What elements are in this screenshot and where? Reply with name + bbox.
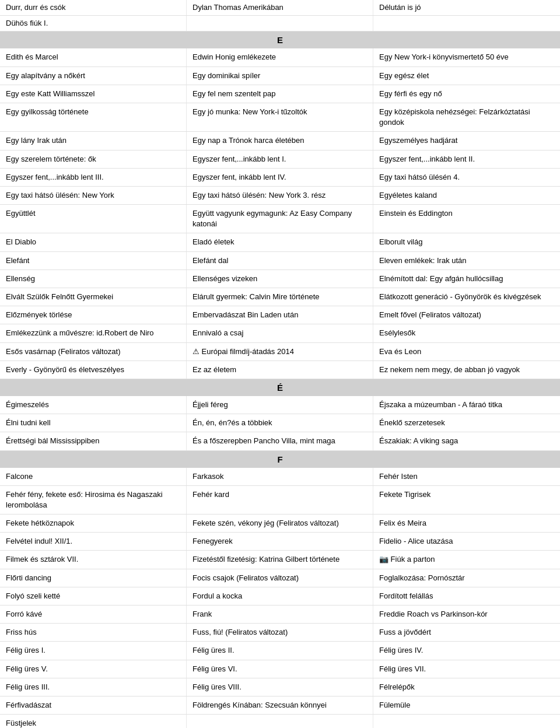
table-row: Egy szerelem története: őkEgyszer fent,.… (0, 150, 560, 169)
list-item: Edwin Honig emlékezete (187, 48, 373, 66)
list-item: Fordított felállás (373, 587, 560, 605)
list-item: Elefánt dal (187, 252, 373, 270)
section-header-F: F (0, 451, 560, 468)
list-item: Egyszemélyes hadjárat (373, 132, 560, 149)
list-item: Egy nap a Trónok harca életében (187, 132, 373, 149)
section-header-E: E (0, 32, 560, 48)
list-item: Fenegyerek (187, 533, 373, 550)
list-item: Élni tudni kell (0, 414, 187, 432)
list-item: Együtt vagyunk egymagunk: Az Easy Compan… (187, 205, 373, 233)
top-cell-1: Durr, durr és csók (0, 0, 187, 15)
list-item: Ellenség (0, 270, 187, 288)
list-item: Égimeszelés (0, 396, 187, 414)
list-item: ⚠ Európai filmdíj-átadás 2014 (187, 343, 373, 360)
list-item: Férfivadászat (0, 696, 187, 714)
list-item: Foglalkozása: Pornósztár (373, 569, 560, 587)
list-item: Elefánt (0, 252, 187, 270)
list-item: Fekete szén, vékony jég (Feliratos válto… (187, 514, 373, 532)
list-item: Földrengés Kínában: Szecsuán könnyei (187, 696, 373, 714)
table-row: Filmek és sztárok VII.Fizetéstől fizetés… (0, 551, 560, 569)
list-item (187, 715, 373, 728)
list-item: Együttlét (0, 205, 187, 233)
table-row: Érettségi bál MississippibenÉs a főszere… (0, 432, 560, 450)
list-item: Félrelépők (373, 678, 560, 696)
table-row: Friss húsFuss, fiú! (Feliratos változat)… (0, 624, 560, 642)
list-item: Elnémított dal: Egy afgán hullócsillag (373, 270, 560, 288)
section-header-É: É (0, 379, 560, 396)
list-item: Félig üres VII. (373, 660, 560, 678)
top-cell-2: Dylan Thomas Amerikában (187, 0, 373, 15)
list-item: Egy taxi hátsó ülésén: New York 3. rész (187, 187, 373, 204)
list-item: Egy dominikai spíler (187, 67, 373, 85)
table-row: Füstjelek (0, 715, 560, 728)
top-cell-3: Délután is jó (373, 0, 560, 15)
list-item: Éneklő szerzetesek (373, 414, 560, 432)
table-row: Forró kávéFrankFreddie Roach vs Parkinso… (0, 606, 560, 624)
list-item: Egyszer fent,...inkább lent I. (187, 150, 373, 168)
list-item: Focis csajok (Feliratos változat) (187, 569, 373, 587)
list-item: Egyéletes kaland (373, 187, 560, 204)
list-item: Esélylesők (373, 324, 560, 342)
table-row: Fekete hétköznapokFekete szén, vékony jé… (0, 514, 560, 533)
list-item: Egy középiskola nehézségei: Felzárkóztat… (373, 103, 560, 131)
list-item: Eleven emlékek: Irak után (373, 252, 560, 270)
list-item: Egy jó munka: New York-i tűzoltók (187, 103, 373, 131)
list-item: Emlékezzünk a művészre: id.Robert de Nir… (0, 324, 187, 342)
list-item: Éjszaka a múzeumban - A fáraó titka (373, 396, 560, 414)
list-item: Emelt fővel (Feliratos változat) (373, 306, 560, 324)
table-row: Előzmények törléseEmbervadászat Bin Lade… (0, 306, 560, 324)
list-item: Falcone (0, 468, 187, 485)
table-row: Félig üres I.Félig üres II.Félig üres IV… (0, 642, 560, 660)
list-item: Egy férfi és egy nő (373, 85, 560, 103)
list-item: Ez az életem (187, 361, 373, 379)
table-row: Edith és MarcelEdwin Honig emlékezeteEgy… (0, 48, 560, 66)
table-row: EgyüttlétEgyütt vagyunk egymagunk: Az Ea… (0, 205, 560, 233)
list-item: Freddie Roach vs Parkinson-kór (373, 606, 560, 623)
list-item: Flőrti dancing (0, 569, 187, 587)
list-item: Fekete hétköznapok (0, 514, 187, 532)
list-item: 📷 Fiúk a parton (373, 551, 560, 568)
list-item: Everly - Gyönyörű és életveszélyes (0, 361, 187, 379)
table-row: Elvált Szülők Felnőtt GyermekeiElárult g… (0, 288, 560, 306)
table-row: Egy lány Irak utánEgy nap a Trónok harca… (0, 132, 560, 150)
list-item: Edith és Marcel (0, 48, 187, 66)
list-item: Fidelio - Alice utazása (373, 533, 560, 550)
list-item: Félig üres II. (187, 642, 373, 659)
top-cell-5 (187, 16, 373, 31)
list-item: Egy alapítvány a nőkért (0, 67, 187, 85)
list-item: Felvétel indul! XII/1. (0, 533, 187, 550)
table-row: Élni tudni kellÉn, én, én?és a többiekÉn… (0, 414, 560, 432)
list-item: Fordul a kocka (187, 587, 373, 605)
table-row: FérfivadászatFöldrengés Kínában: Szecsuá… (0, 696, 560, 715)
table-row: Emlékezzünk a művészre: id.Robert de Nir… (0, 324, 560, 342)
list-item: Felix és Meira (373, 514, 560, 532)
table-row: ElefántElefánt dalEleven emlékek: Irak u… (0, 252, 560, 270)
top-cell-6 (373, 16, 560, 31)
list-item: Egy lány Irak után (0, 132, 187, 149)
list-item: Elátkozott generáció - Gyönyörök és kivé… (373, 288, 560, 306)
list-item: Elárult gyermek: Calvin Mire története (187, 288, 373, 306)
list-item: Fuss, fiú! (Feliratos változat) (187, 624, 373, 641)
list-item: Fizetéstől fizetésig: Katrina Gilbert tö… (187, 551, 373, 568)
table-row: El DiabloEladó életekElborult világ (0, 233, 560, 251)
list-item: Északiak: A viking saga (373, 432, 560, 450)
table-row: Félig üres III.Félig üres VIII.Félrelépő… (0, 678, 560, 696)
list-item: Egyszer fent,...inkább lent II. (373, 150, 560, 168)
list-item: Egy gyilkosság története (0, 103, 187, 131)
list-item: Ellenséges vizeken (187, 270, 373, 288)
table-row: Félig üres V.Félig üres VI.Félig üres VI… (0, 660, 560, 678)
list-item: Frank (187, 606, 373, 623)
list-item: Forró kávé (0, 606, 187, 623)
list-item: Esős vasárnap (Feliratos változat) (0, 343, 187, 360)
table-row: Fehér fény, fekete eső: Hirosima és Naga… (0, 486, 560, 514)
list-item: Éjjeli féreg (187, 396, 373, 414)
list-item: Ennivaló a csaj (187, 324, 373, 342)
table-row: EllenségEllenséges vizekenElnémított dal… (0, 270, 560, 288)
list-item: Egyszer fent,...inkább lent III. (0, 169, 187, 186)
list-item: Fehér Isten (373, 468, 560, 485)
table-row: Flőrti dancingFocis csajok (Feliratos vá… (0, 569, 560, 587)
table-row: ÉgimeszelésÉjjeli féregÉjszaka a múzeumb… (0, 396, 560, 414)
list-item: Félig üres VIII. (187, 678, 373, 696)
list-item: Egy New York-i könyvismertető 50 éve (373, 48, 560, 66)
table-row: Egy gyilkosság történeteEgy jó munka: Ne… (0, 103, 560, 132)
